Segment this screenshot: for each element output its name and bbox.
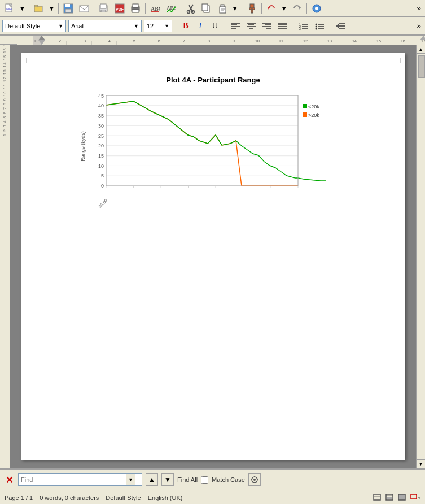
italic-button[interactable]: I [194,19,207,33]
scrollbar-track[interactable] [417,54,426,459]
spellcheck-auto-button[interactable]: ABC [164,2,178,15]
left-ruler: 1 2 3 4 5 6 7 8 9 10 11 12 13 14 15 16 1… [0,45,10,468]
svg-rect-33 [251,9,253,13]
svg-rect-7 [65,9,71,12]
undo-button[interactable] [264,2,279,15]
print-button[interactable] [128,2,143,15]
find-input[interactable] [19,476,126,483]
open-button[interactable] [32,2,46,15]
format-paint-button[interactable] [244,2,259,15]
save-button[interactable] [61,2,76,15]
style-dropdown[interactable]: Default Style ▼ [2,20,66,32]
view-normal-button[interactable] [373,494,381,502]
indent-decrease-button[interactable] [334,19,347,33]
svg-text:12: 12 [303,39,308,43]
font-dropdown[interactable]: Arial ▼ [68,20,142,32]
spellcheck-button[interactable]: ABC [148,2,163,15]
find-close-button[interactable]: ✕ [3,474,15,485]
separator9 [176,20,176,32]
svg-text:10: 10 [255,39,260,43]
align-right-button[interactable] [260,19,274,33]
copy-button[interactable] [199,2,214,15]
font-dropdown-arrow[interactable]: ▼ [134,23,139,29]
main-area: 1 2 3 4 5 6 7 8 9 10 11 12 13 14 15 16 1… [0,45,425,468]
underline-button[interactable]: U [209,19,221,33]
svg-text:New: New [6,7,12,11]
paste-dropdown-button[interactable]: ▼ [231,2,239,15]
left-ruler-label: 1 2 3 4 5 6 7 8 9 10 11 12 13 14 15 16 1… [3,45,7,136]
print-preview-button[interactable] [97,2,111,15]
align-left-button[interactable] [229,19,242,33]
chart-svg: 0 5 10 15 20 25 30 35 40 45 Range (kyds) [78,90,326,214]
separator7 [261,3,262,14]
view-fullscreen-button[interactable] [398,494,406,502]
page: Plot 4A - Participant Range [21,53,405,460]
svg-text:5: 5 [133,39,135,43]
svg-point-37 [315,7,318,10]
statusbar-right: % [373,493,420,502]
find-next-button[interactable]: ▼ [161,473,174,486]
find-dropdown-button[interactable]: ▼ [126,474,135,485]
svg-text:2: 2 [59,39,61,43]
scrollbar-thumb[interactable] [418,55,425,78]
bullets-button[interactable] [313,19,326,33]
toolbar-row1: New ▼ ▼ PDF ABC ABC [0,0,425,17]
svg-rect-6 [65,4,70,7]
svg-text:35: 35 [98,113,103,119]
bold-button[interactable]: B [179,19,192,33]
toolbar2-more-button[interactable]: » [415,20,423,32]
redo-button[interactable] [290,2,304,15]
view-web-button[interactable] [385,494,393,502]
separator1 [29,3,29,14]
document-area[interactable]: Plot 4A - Participant Range [10,45,416,468]
match-case-checkbox[interactable] [201,476,208,484]
svg-text:8: 8 [208,39,210,43]
svg-text:3: 3 [84,39,86,43]
numbering-button[interactable]: 1.2.3. [297,19,310,33]
svg-text:6: 6 [158,39,160,43]
size-dropdown-arrow[interactable]: ▼ [164,23,169,29]
svg-rect-70 [17,36,425,45]
svg-rect-152 [398,494,405,500]
svg-rect-147 [374,494,380,500]
separator11 [293,20,293,32]
page-corner-tl [26,58,32,63]
undo-dropdown-button[interactable]: ▼ [280,2,288,15]
svg-rect-15 [133,4,138,7]
paste-button[interactable] [215,2,230,15]
new-dropdown-button[interactable]: ▼ [18,2,27,15]
open-dropdown-button[interactable]: ▼ [47,2,56,15]
toolbar-row2: Default Style ▼ Arial ▼ 12 ▼ B I U [0,17,425,35]
svg-rect-4 [34,5,38,7]
cut-button[interactable] [183,2,198,15]
toolbar-more-button[interactable]: » [415,2,423,14]
find-options-button[interactable] [248,473,261,486]
font-label: Arial [71,23,134,29]
separator3 [94,3,94,14]
align-center-button[interactable] [244,19,258,33]
justify-button[interactable] [276,19,290,33]
new-button[interactable]: New [2,2,17,15]
svg-marker-34 [268,7,270,10]
language-info: English (UK) [148,494,183,501]
scroll-down-button[interactable]: ▼ [417,459,426,468]
svg-text:15: 15 [376,39,381,43]
svg-text:7: 7 [183,39,185,43]
find-all-label[interactable]: Find All [177,476,198,483]
email-button[interactable] [77,2,91,15]
find-prev-button[interactable]: ▲ [146,473,158,486]
zoom-icon: % [410,493,420,501]
print-pdf-button[interactable]: PDF [112,2,127,15]
svg-text:40: 40 [98,103,103,108]
svg-rect-16 [132,10,139,12]
separator10 [225,20,225,32]
navigator-button[interactable] [309,2,324,15]
svg-text:1: 1 [34,39,36,43]
zoom-button[interactable]: % [410,493,420,502]
svg-text:11: 11 [279,39,283,43]
svg-text:0: 0 [100,183,103,189]
style-dropdown-arrow[interactable]: ▼ [58,23,63,29]
svg-text:30: 30 [98,123,103,129]
size-dropdown[interactable]: 12 ▼ [144,20,172,32]
scroll-up-button[interactable]: ▲ [417,45,426,54]
